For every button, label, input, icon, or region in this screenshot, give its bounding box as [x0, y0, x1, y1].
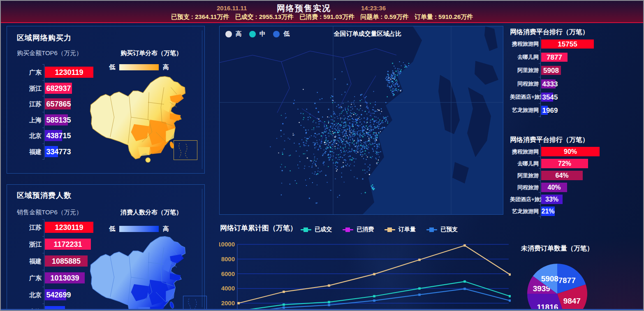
- bar-value: 33%: [541, 195, 563, 204]
- bar-value: 64%: [541, 171, 583, 180]
- legend-high-label: 高: [163, 63, 169, 71]
- gradient-bar: [119, 64, 159, 70]
- bar-category-label: 江苏: [17, 98, 42, 109]
- bar-category-label: 福建: [17, 146, 42, 157]
- bar-value: 7877: [541, 53, 568, 62]
- bar-category-label: 美团酒店+旅游: [510, 195, 539, 204]
- bar-axis-tick: [42, 64, 44, 65]
- bar-category-label: 美团酒店+旅游: [510, 93, 539, 102]
- bar-category-label: 北京: [17, 289, 42, 300]
- bar-axis-tick: [42, 80, 44, 81]
- bar-axis-tick: [42, 112, 44, 112]
- panel-order-cumulative-line: 网络订单累计图（万笔） 已成交已消费订单量已预支 100008000600040…: [219, 220, 511, 311]
- bar-category-label: 同程旅游: [510, 183, 539, 192]
- scatter-legend-item-低[interactable]: 低: [273, 30, 290, 38]
- bar-value: 72%: [541, 159, 588, 168]
- scatter-legend-item-高[interactable]: 高: [225, 30, 242, 38]
- bar-axis-tick: [539, 37, 540, 37]
- line-chart-plot[interactable]: 100008000600040002000: [219, 220, 511, 311]
- bar-axis: [44, 64, 44, 160]
- bar-axis-tick: [42, 96, 44, 96]
- panel-national-scatter-map: 高中低 全国订单成交量区域占比: [219, 26, 503, 215]
- bar-chart-platform-pct[interactable]: 携程旅游网90%去哪儿网72%阿里旅游64%同程旅游40%美团酒店+旅游33%艺…: [510, 144, 644, 226]
- panel-subtitle: 购买金额TOP6（万元）: [17, 49, 82, 57]
- bar-axis-tick: [539, 156, 540, 157]
- bar-category-label: 浙江: [17, 83, 42, 94]
- legend-label: 中: [259, 30, 266, 38]
- bar-value: 542699: [45, 289, 72, 300]
- bar-category-label: 艺龙旅游网: [510, 207, 539, 216]
- bar-axis-tick: [539, 216, 540, 216]
- bar-category-label: 阿里旅游: [510, 171, 539, 180]
- bar-axis-tick: [42, 128, 44, 128]
- header-stat-已预支: 已预支 : 2364.11万件: [171, 13, 229, 20]
- bar-axis-tick: [42, 253, 44, 253]
- map-legend-title: 购买订单分布（万笔）: [104, 49, 199, 57]
- bar-category-label: 去哪儿网: [510, 159, 539, 168]
- bar-chart-platform-count[interactable]: 携程旅游网15755去哪儿网7877阿里旅游5908同程旅游4333美团酒店+旅…: [510, 36, 644, 135]
- unconsumed-orders-pie[interactable]: 787798471181639395908: [511, 248, 644, 311]
- bar-value: 40%: [541, 183, 567, 192]
- scatter-legend[interactable]: 高中低: [225, 30, 297, 38]
- map-gradient-legend: 低 高: [109, 63, 169, 71]
- bar-category-label: 浙江: [17, 239, 42, 250]
- china-scatter-map[interactable]: [220, 26, 503, 214]
- gradient-bar: [119, 226, 159, 232]
- bar-axis-tick: [539, 103, 540, 104]
- bar-axis: [44, 219, 44, 311]
- bar-category-label: 广东: [17, 67, 42, 78]
- rank-count-title: 网络消费平台排行（万笔）: [510, 28, 644, 37]
- header-stat-问题单: 问题单 : 0.59万件: [360, 13, 409, 20]
- legend-dot-icon: [249, 31, 256, 37]
- bar-category-label: 携程旅游网: [510, 39, 539, 49]
- svg-text:2000: 2000: [221, 299, 235, 306]
- south-china-sea-inset: [183, 296, 207, 311]
- bar-category-label: 艺龙旅游网: [510, 106, 539, 115]
- bar-axis-tick: [539, 50, 540, 51]
- header-time: 14:23:36: [361, 5, 386, 12]
- bar-value: 506520: [45, 306, 72, 311]
- bar-axis: [540, 37, 541, 117]
- map-gradient-legend: 低 高: [109, 225, 169, 233]
- bar-category-label: 携程旅游网: [510, 147, 539, 156]
- bar-axis-tick: [539, 168, 540, 169]
- svg-text:10000: 10000: [219, 241, 235, 248]
- panel-subtitle: 销售金额TOP6（万元）: [17, 209, 82, 216]
- bar-axis-tick: [539, 116, 540, 117]
- svg-text:4000: 4000: [221, 285, 235, 292]
- scatter-map-title: 全国订单成交量区域占比: [318, 30, 417, 38]
- south-china-sea-inset: [174, 140, 197, 160]
- header-stat-已消费: 已消费 : 591.03万件: [299, 13, 354, 20]
- bar-value: 1085885: [45, 255, 88, 267]
- bar-axis-tick: [42, 219, 44, 220]
- bar-axis-tick: [539, 77, 540, 77]
- legend-dot-icon: [273, 31, 280, 37]
- bar-category-label: 阿里旅游: [510, 66, 539, 75]
- bar-axis-tick: [539, 180, 540, 181]
- panel-regional-buying-power: 区域网络购买力 购买金额TOP6（万元） 广东1230119浙江682937江苏…: [7, 26, 205, 174]
- bar-value: 3545: [541, 93, 559, 102]
- bar-value: 438715: [45, 130, 72, 141]
- panel-title: 区域网络购买力: [17, 33, 72, 43]
- bar-value: 90%: [541, 147, 600, 156]
- dashboard-root: 2016.11.11 网络预售实况 14:23:36 已预支 : 2364.11…: [0, 0, 644, 311]
- bar-value: 4333: [541, 79, 559, 88]
- bar-axis-tick: [42, 144, 44, 144]
- bar-category-label: 上海: [17, 114, 42, 125]
- bar-axis-tick: [42, 270, 44, 270]
- bar-value: 585135: [45, 114, 72, 125]
- bar-axis-tick: [539, 192, 540, 193]
- bar-axis-tick: [42, 304, 44, 304]
- bar-value: 1013039: [45, 272, 85, 283]
- bar-value: 21%: [541, 207, 555, 216]
- bar-axis-tick: [42, 159, 44, 160]
- svg-text:8000: 8000: [221, 255, 235, 262]
- bar-value: 1230119: [45, 222, 93, 233]
- bar-category-label: 广东: [17, 272, 42, 283]
- legend-label: 低: [283, 30, 290, 38]
- header-stats: 已预支 : 2364.11万件已成交 : 2955.13万件已消费 : 591.…: [1, 13, 643, 21]
- bar-axis-tick: [539, 63, 540, 64]
- panel-title: 区域预消费人数: [17, 190, 72, 200]
- map-legend-title: 消费人数分布（万笔）: [104, 209, 199, 216]
- scatter-legend-item-中[interactable]: 中: [249, 30, 266, 38]
